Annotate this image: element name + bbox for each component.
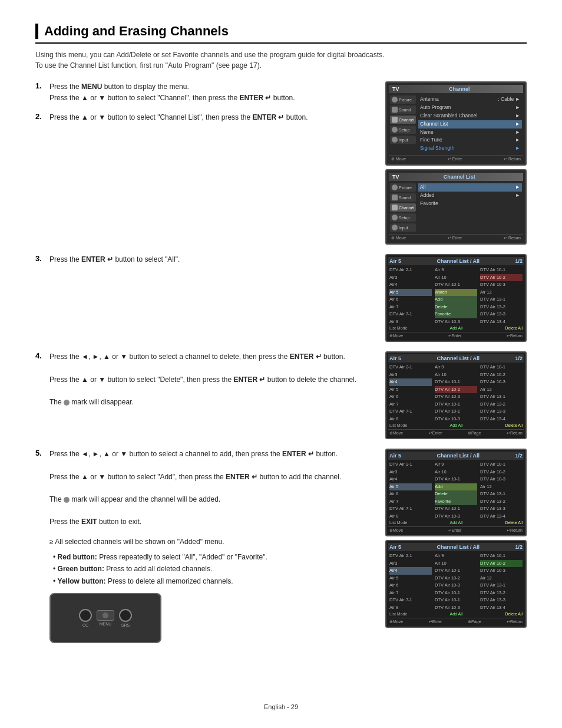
tv-channel-menu-screen: TV Channel Picture Sound [385, 81, 527, 166]
cl-all-body-4: DTV Air 2-1 Air3 Air4 Air 5 Air 6 Air 7 … [388, 552, 524, 611]
sidebar-setup: Setup [390, 126, 416, 134]
step-1: 1. Press the MENU button to display the … [35, 81, 373, 104]
steps-1-2-text: 1. Press the MENU button to display the … [35, 81, 373, 132]
menu-clear-scrambled: Clear Scrambled Channel► [418, 112, 522, 120]
channel-list-all-4: Air 5 Channel List / All 1/2 DTV Air 2-1… [385, 540, 527, 628]
remote-btn-1 [79, 609, 92, 622]
remote-dpad [97, 610, 114, 621]
channel-list-all-3: Air 5 Channel List / All 1/2 DTV Air 2-1… [385, 449, 527, 536]
step-1-content: Press the MENU button to display the men… [49, 81, 295, 104]
tv-channel-body: Picture Sound Channel Setup [389, 94, 523, 154]
page-title: Adding and Erasing Channels [44, 24, 527, 39]
cl-all-body-2: DTV Air 2-1 Air3 Air4 Air 5 Air 6 Air 7 … [388, 364, 524, 423]
step-3-num: 3. [35, 254, 46, 265]
menu-channel-list: Channel List► [418, 120, 522, 129]
cl-sidebar-sound: Sound [390, 193, 416, 202]
section-step-3: 3. Press the ENTER ↵ button to select "A… [35, 254, 527, 345]
cl-sidebar-channel: Channel [390, 203, 416, 212]
cl-menu-added: Added► [418, 192, 522, 200]
step-5: 5. Press the ◄, ►, ▲ or ▼ button to sele… [35, 449, 373, 528]
sidebar-channel-active: Channel [390, 116, 416, 124]
tv-cl-footer: ⊕ Move ↵ Enter ↩ Return [389, 234, 523, 241]
cl-all-body-3: DTV Air 2-1 Air3 Air4 Air 5 Air 6 Air 7 … [388, 461, 524, 520]
menu-autoprog: Auto Program► [418, 104, 522, 112]
sidebar-picture: Picture [390, 95, 416, 104]
cl-sidebar-input: Input [390, 223, 416, 232]
tv-menu-screenshots: TV Channel Picture Sound [385, 81, 527, 248]
page-container: Adding and Erasing Channels Using this m… [0, 0, 562, 728]
tv-sidebar-1: Picture Sound Channel Setup [390, 95, 416, 153]
step-5-text: 5. Press the ◄, ►, ▲ or ▼ button to sele… [35, 449, 373, 643]
cl-sidebar-picture: Picture [390, 183, 416, 192]
title-divider [35, 42, 527, 44]
bullet-green: Green button: Press to add all deleted c… [53, 563, 373, 575]
menu-name: Name► [418, 129, 522, 137]
cl-footer-1: ⊕Move ↵Enter ↩Return [388, 332, 524, 339]
step-2-content: Press the ▲ or ▼ button to select "Chann… [49, 112, 308, 123]
menu-fine-tune: Fine Tune► [418, 136, 522, 144]
step-3-screenshot: Air 5 Channel List / All 1/2 DTV Air 2-1… [385, 254, 527, 345]
cl-all-header-4: Air 5 Channel List / All 1/2 [388, 543, 524, 551]
step-4-screenshot: Air 5 Channel List / All 1/2 DTV Air 2-1… [385, 351, 527, 443]
cl-footer-2: ⊕Move ↵Enter ⊕Page ↩Return [388, 429, 524, 436]
tv-channel-menu: Antenna: Cable ► Auto Program► Clear Scr… [418, 95, 522, 153]
page-footer: English - 29 [0, 703, 562, 710]
tv-cl-header: TV Channel List [389, 173, 523, 181]
cl-all-header-3: Air 5 Channel List / All 1/2 [388, 452, 524, 460]
step-3-content: Press the ENTER ↵ button to select "All"… [49, 254, 180, 265]
remote-control-image: CC MENU SRS [49, 593, 161, 643]
cl-sidebar-setup: Setup [390, 213, 416, 222]
step-3-text: 3. Press the ENTER ↵ button to select "A… [35, 254, 373, 274]
step-3: 3. Press the ENTER ↵ button to select "A… [35, 254, 373, 265]
sidebar-sound: Sound [390, 106, 416, 114]
step-5-screenshots: Air 5 Channel List / All 1/2 DTV Air 2-1… [385, 449, 527, 631]
tv-channel-header: TV Channel [389, 85, 523, 93]
step-4: 4. Press the ◄, ►, ▲ or ▼ button to sele… [35, 351, 373, 408]
tv-cl-sidebar: Picture Sound Channel Setup [390, 183, 416, 232]
cl-buttons-4: List Mode Add All Delete All [388, 611, 524, 617]
cl-footer-3: ⊕Move ↵Enter ↩Return [388, 526, 524, 533]
sidebar-input: Input [390, 136, 416, 144]
step-1-num: 1. [35, 81, 46, 104]
cl-all-header-1: Air 5 Channel List / All 1/2 [388, 257, 524, 265]
step-4-content: Press the ◄, ►, ▲ or ▼ button to select … [49, 351, 356, 408]
cl-buttons-3: List Mode Add All Delete All [388, 520, 524, 525]
remote-buttons: CC MENU SRS [79, 609, 132, 627]
step-4-num: 4. [35, 351, 46, 408]
cl-footer-4: ⊕Move ↵Enter ⊕Page ↩Return [388, 618, 524, 625]
intro-text: Using this menu, you can Add/Delete or s… [35, 50, 527, 71]
cl-all-body-1: DTV Air 2-1 Air3 Air4 Air 5 Air 6 Air 7 … [388, 266, 524, 325]
step-5-content: Press the ◄, ►, ▲ or ▼ button to select … [49, 449, 341, 528]
cl-menu-favorite: Favorite [418, 200, 522, 208]
footer-text: English - 29 [264, 703, 298, 710]
tv-cl-menu: All► Added► Favorite [418, 183, 522, 232]
cl-buttons-1: List Mode Add All Delete All [388, 325, 524, 331]
step-5-num: 5. [35, 449, 46, 528]
section-steps-1-2: 1. Press the MENU button to display the … [35, 81, 527, 248]
title-bar: Adding and Erasing Channels [35, 24, 527, 39]
step-2: 2. Press the ▲ or ▼ button to select "Ch… [35, 112, 373, 123]
bullet-red: Red button: Press repeatedly to select "… [53, 551, 373, 563]
remote-btn-2 [119, 609, 132, 622]
tv-channel-footer: ⊕ Move ↵ Enter ↩ Return [389, 155, 523, 162]
cl-buttons-2: List Mode Add All Delete All [388, 423, 524, 428]
step-4-text: 4. Press the ◄, ►, ▲ or ▼ button to sele… [35, 351, 373, 416]
cl-col1: DTV Air 2-1 Air3 Air4 Air 5 Air 6 Air 7 … [388, 266, 433, 325]
tv-channel-list-screen: TV Channel List Picture Sound [385, 169, 527, 245]
cl-menu-all: All► [418, 183, 522, 192]
bullet-list: Red button: Press repeatedly to select "… [53, 551, 373, 587]
section-step-5: 5. Press the ◄, ►, ▲ or ▼ button to sele… [35, 449, 527, 643]
channel-list-all-2: Air 5 Channel List / All 1/2 DTV Air 2-1… [385, 351, 527, 439]
menu-antenna: Antenna: Cable ► [418, 95, 522, 104]
cl-col2: Air 9 Air 10 DTV Air 10-1 Watch Add Dele… [434, 266, 478, 325]
step-2-num: 2. [35, 112, 46, 123]
cl-all-header-2: Air 5 Channel List / All 1/2 [388, 354, 524, 363]
channel-list-all-1: Air 5 Channel List / All 1/2 DTV Air 2-1… [385, 254, 527, 342]
cl-col3: DTV Air 10-1 DTV Air 10-2 DTV Air 10-3 A… [479, 266, 524, 325]
bullet-yellow: Yellow button: Press to delete all memor… [53, 575, 373, 587]
tv-cl-body: Picture Sound Channel Setup [389, 182, 523, 233]
section-step-4: 4. Press the ◄, ►, ▲ or ▼ button to sele… [35, 351, 527, 443]
menu-signal-strength: Signal Strength► [418, 144, 522, 153]
step5-note: All selected channels will be shown on "… [49, 536, 373, 548]
